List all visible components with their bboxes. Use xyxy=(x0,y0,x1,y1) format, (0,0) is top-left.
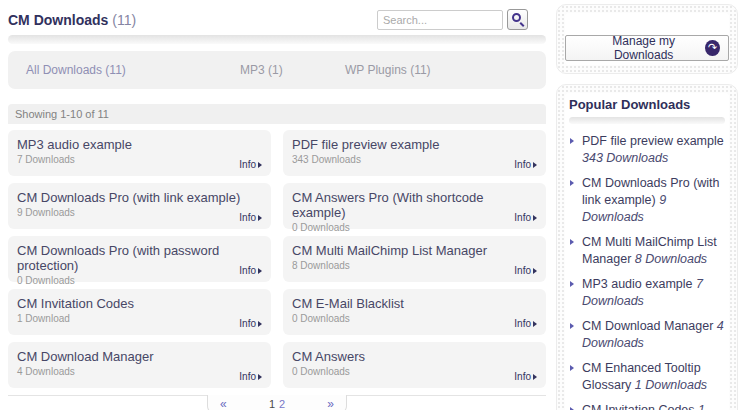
info-arrow-icon xyxy=(258,321,262,327)
pagination-next-button[interactable]: » xyxy=(327,397,334,410)
popular-item[interactable]: PDF file preview example 343 Downloads xyxy=(569,133,725,167)
info-label: Info xyxy=(239,371,256,382)
download-count: 343 Downloads xyxy=(292,154,537,165)
download-title: CM Download Manager xyxy=(17,349,262,364)
page-title: CM Downloads (11) xyxy=(8,6,136,28)
manage-downloads-box-inner: Manage my Downloads ↷ xyxy=(565,13,729,65)
download-count: 9 Downloads xyxy=(17,207,262,218)
download-card: CM Downloads Pro (with link example) 9 D… xyxy=(8,183,271,229)
info-arrow-icon xyxy=(258,268,262,274)
main-content: CM Downloads (11) All Downloads (11) MP3… xyxy=(8,6,546,410)
downloads-grid: MP3 audio example 7 Downloads Info PDF f… xyxy=(8,130,546,388)
bullet-arrow-icon xyxy=(570,138,574,144)
tab-mp3[interactable]: MP3 (1) xyxy=(240,63,283,77)
bullet-arrow-icon xyxy=(570,323,574,329)
popular-item-title: CM Download Manager xyxy=(582,319,713,333)
popular-item[interactable]: CM Multi MailChimp List Manager 8 Downlo… xyxy=(569,234,725,268)
manage-my-downloads-button[interactable]: Manage my Downloads ↷ xyxy=(565,35,729,61)
info-link[interactable]: Info xyxy=(514,159,537,170)
download-title: MP3 audio example xyxy=(17,137,262,152)
download-count: 8 Downloads xyxy=(292,260,537,271)
pagination-page-1[interactable]: 1 xyxy=(269,398,275,410)
manage-downloads-box: Manage my Downloads ↷ xyxy=(556,4,738,74)
download-title: CM Invitation Codes xyxy=(17,296,262,311)
sidebar: Manage my Downloads ↷ Popular Downloads … xyxy=(556,4,738,410)
info-link[interactable]: Info xyxy=(514,371,537,382)
search-icon xyxy=(512,13,521,22)
download-title: CM Downloads Pro (with link example) xyxy=(17,190,262,205)
popular-item-count: 1 Downloads xyxy=(635,378,707,392)
info-label: Info xyxy=(514,265,531,276)
category-tabs: All Downloads (11) MP3 (1) WP Plugins (1… xyxy=(8,51,546,89)
redo-arrow-icon: ↷ xyxy=(705,40,720,56)
pagination-page-2[interactable]: 2 xyxy=(279,398,285,410)
page-title-text: CM Downloads xyxy=(8,12,108,28)
popular-item-count: 343 Downloads xyxy=(582,151,668,165)
search-input[interactable] xyxy=(377,10,503,30)
download-count: 4 Downloads xyxy=(17,366,262,377)
info-arrow-icon xyxy=(258,215,262,221)
download-title: CM E-Mail Blacklist xyxy=(292,296,537,311)
info-arrow-icon xyxy=(258,374,262,380)
popular-title-divider-bar xyxy=(569,117,725,124)
info-arrow-icon xyxy=(533,374,537,380)
popular-downloads-list: PDF file preview example 343 Downloads C… xyxy=(569,133,725,410)
download-title: CM Downloads Pro (with password protecti… xyxy=(17,243,262,273)
info-arrow-icon xyxy=(533,162,537,168)
info-arrow-icon xyxy=(533,268,537,274)
download-card: CM Downloads Pro (with password protecti… xyxy=(8,236,271,282)
info-link[interactable]: Info xyxy=(239,318,262,329)
tab-all-downloads[interactable]: All Downloads (11) xyxy=(26,63,126,77)
popular-item[interactable]: CM Invitation Codes 1 Downloads xyxy=(569,402,725,410)
info-link[interactable]: Info xyxy=(239,371,262,382)
info-link[interactable]: Info xyxy=(514,212,537,223)
info-label: Info xyxy=(514,318,531,329)
popular-item[interactable]: CM Enhanced Tooltip Glossary 1 Downloads xyxy=(569,360,725,394)
download-count: 7 Downloads xyxy=(17,154,262,165)
info-label: Info xyxy=(239,159,256,170)
download-card: CM Download Manager 4 Downloads Info xyxy=(8,342,271,388)
download-card: CM Answers Pro (With shortcode example) … xyxy=(283,183,546,229)
download-card: CM Multi MailChimp List Manager 8 Downlo… xyxy=(283,236,546,282)
popular-item-title: MP3 audio example xyxy=(582,277,692,291)
tab-wp-plugins[interactable]: WP Plugins (11) xyxy=(345,63,431,77)
info-label: Info xyxy=(239,318,256,329)
info-label: Info xyxy=(239,265,256,276)
bullet-arrow-icon xyxy=(570,365,574,371)
showing-status: Showing 1-10 of 11 xyxy=(8,104,546,124)
bullet-arrow-icon xyxy=(570,239,574,245)
info-label: Info xyxy=(514,212,531,223)
download-card: MP3 audio example 7 Downloads Info xyxy=(8,130,271,176)
popular-item[interactable]: CM Download Manager 4 Downloads xyxy=(569,318,725,352)
pagination: « 1 2 » xyxy=(207,395,347,410)
download-card: CM Answers 0 Downloads Info xyxy=(283,342,546,388)
info-link[interactable]: Info xyxy=(239,212,262,223)
info-link[interactable]: Info xyxy=(514,318,537,329)
info-link[interactable]: Info xyxy=(239,265,262,276)
download-card: CM E-Mail Blacklist 0 Downloads Info xyxy=(283,289,546,335)
download-title: CM Answers Pro (With shortcode example) xyxy=(292,190,537,220)
download-count: 1 Download xyxy=(17,313,262,324)
pagination-prev-button[interactable]: « xyxy=(220,397,227,410)
page-title-count: (11) xyxy=(112,12,136,28)
bullet-arrow-icon xyxy=(570,281,574,287)
pagination-pages: 1 2 xyxy=(269,398,285,410)
popular-item[interactable]: MP3 audio example 7 Downloads xyxy=(569,276,725,310)
popular-downloads-box: Popular Downloads PDF file preview examp… xyxy=(556,84,738,410)
download-title: PDF file preview example xyxy=(292,137,537,152)
info-link[interactable]: Info xyxy=(239,159,262,170)
info-label: Info xyxy=(514,371,531,382)
info-arrow-icon xyxy=(533,321,537,327)
info-link[interactable]: Info xyxy=(514,265,537,276)
search-area xyxy=(377,6,528,30)
download-count: 0 Downloads xyxy=(292,313,537,324)
title-divider-bar xyxy=(8,35,546,44)
popular-item[interactable]: CM Downloads Pro (with link example) 9 D… xyxy=(569,175,725,226)
download-count: 0 Downloads xyxy=(292,366,537,377)
info-label: Info xyxy=(239,212,256,223)
popular-item-title: CM Invitation Codes xyxy=(582,403,695,410)
download-card: CM Invitation Codes 1 Download Info xyxy=(8,289,271,335)
info-label: Info xyxy=(514,159,531,170)
popular-item-count: 8 Downloads xyxy=(635,252,707,266)
search-button[interactable] xyxy=(507,9,528,30)
